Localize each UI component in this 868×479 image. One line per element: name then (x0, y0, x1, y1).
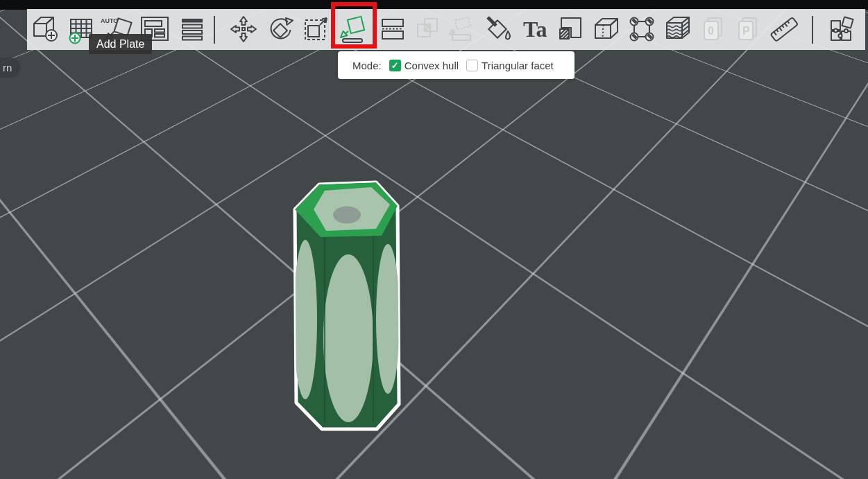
doc-zero-label: 0 (708, 25, 714, 37)
assembly-view-icon (826, 14, 856, 44)
toolbar-separator (214, 16, 215, 44)
highlight-box (331, 2, 377, 49)
split-to-objects-icon (377, 14, 408, 44)
seam-paint-button[interactable] (591, 14, 622, 44)
mode-panel: Mode: Convex hull Triangular facet (338, 51, 575, 79)
rotate-button[interactable] (265, 14, 296, 44)
grip-recess-left (293, 240, 317, 399)
window-top-bar (0, 0, 868, 10)
mode-option-convex-hull[interactable]: Convex hull (389, 60, 459, 71)
text-shape-icon: Ta (520, 14, 551, 44)
move-button[interactable] (228, 14, 259, 44)
doc-p-button: P (733, 14, 763, 44)
split-to-objects-button[interactable] (377, 14, 408, 44)
mode-option-label[interactable]: Triangular facet (482, 60, 554, 71)
object-list-icon (177, 14, 207, 44)
doc-zero-button: 0 (698, 14, 729, 44)
checkbox-unchecked-icon[interactable] (466, 60, 478, 71)
auto-orient-label: AUTO (101, 17, 118, 24)
move-icon (228, 14, 259, 44)
cut-button[interactable] (556, 14, 586, 44)
scale-icon (302, 14, 332, 44)
add-object-button[interactable] (30, 14, 60, 44)
checkbox-checked-icon[interactable] (389, 60, 401, 71)
scale-button[interactable] (302, 14, 332, 44)
measure-icon (769, 14, 799, 44)
fuzzy-skin-button[interactable] (627, 14, 657, 44)
object-list-button[interactable] (177, 14, 207, 44)
grip-recess-center (323, 254, 373, 422)
doc-zero-icon: 0 (698, 14, 729, 44)
seam-paint-icon (591, 14, 622, 44)
variable-layer-height-icon (662, 14, 692, 44)
doc-p-icon: P (733, 14, 763, 44)
assembly-view-button[interactable] (826, 14, 856, 44)
mode-option-label[interactable]: Convex hull (405, 60, 459, 71)
main-toolbar: AUTO (27, 9, 865, 50)
mode-label: Mode: (352, 60, 382, 71)
add-object-icon (30, 14, 60, 44)
split-to-parts-icon (413, 14, 443, 44)
cut-icon (556, 14, 586, 44)
fuzzy-skin-icon (627, 14, 657, 44)
grip-recess-right (376, 244, 400, 394)
doc-p-label: P (742, 25, 750, 37)
rotate-icon (265, 14, 296, 44)
variable-layer-height-button[interactable] (662, 14, 692, 44)
add-plate-tooltip: Add Plate (89, 34, 152, 54)
top-hole (333, 207, 361, 224)
color-paint-button[interactable] (483, 14, 513, 44)
text-shape-button[interactable]: Ta (520, 14, 551, 44)
color-paint-icon (483, 14, 513, 44)
edit-supports-button (447, 14, 477, 44)
model-hex-grip[interactable] (279, 171, 418, 448)
toolbar-separator (812, 16, 813, 44)
mode-option-triangular-facet[interactable]: Triangular facet (466, 60, 554, 71)
measure-button[interactable] (769, 14, 799, 44)
edit-supports-icon (447, 14, 477, 44)
text-shape-label: Ta (523, 17, 547, 42)
split-to-parts-button (413, 14, 443, 44)
